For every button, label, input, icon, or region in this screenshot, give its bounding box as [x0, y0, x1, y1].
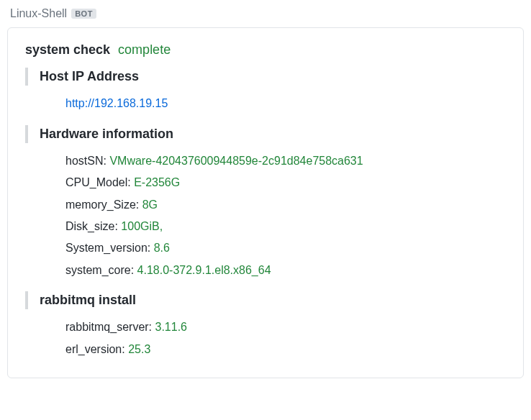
kv-value: 3.11.6: [155, 321, 187, 333]
bot-name: Linux-Shell: [10, 7, 67, 20]
section-body-host-ip: http://192.168.19.15: [25, 93, 506, 114]
kv-value: 8G: [142, 198, 158, 211]
kv-row: Disk_size: 100GiB,: [65, 216, 506, 237]
kv-label: memory_Size:: [65, 198, 139, 211]
kv-value: 25.3: [128, 343, 150, 355]
section-heading-hardware: Hardware information: [25, 125, 506, 143]
message-card: system check complete Host IP Address ht…: [7, 27, 524, 378]
kv-row: system_core: 4.18.0-372.9.1.el8.x86_64: [65, 260, 506, 281]
kv-value: VMware-420437600944859e-2c91d84e758ca631: [109, 155, 363, 167]
kv-label: CPU_Model:: [65, 176, 131, 188]
kv-label: system_core:: [65, 264, 134, 276]
bot-badge: BOT: [71, 9, 96, 19]
kv-value: E-2356G: [134, 176, 180, 188]
kv-label: rabbitmq_server:: [65, 321, 152, 333]
kv-value: 4.18.0-372.9.1.el8.x86_64: [137, 264, 271, 276]
kv-row: erl_version: 25.3: [65, 339, 506, 360]
kv-label: hostSN:: [65, 155, 106, 167]
kv-row: System_version: 8.6: [65, 237, 506, 259]
title-status: complete: [118, 42, 171, 57]
kv-label: Disk_size:: [65, 220, 118, 232]
kv-value: 8.6: [154, 242, 170, 254]
kv-value: 100GiB,: [121, 220, 163, 232]
kv-row: hostSN: VMware-420437600944859e-2c91d84e…: [65, 150, 506, 172]
section-body-hardware: hostSN: VMware-420437600944859e-2c91d84e…: [25, 150, 506, 281]
kv-row: CPU_Model: E-2356G: [65, 172, 506, 193]
section-heading-rabbitmq: rabbitmq install: [25, 291, 506, 309]
kv-label: erl_version:: [65, 343, 125, 355]
title-label: system check: [25, 42, 110, 57]
title-line: system check complete: [25, 42, 506, 58]
section-heading-host-ip: Host IP Address: [25, 68, 506, 86]
message-header: Linux-Shell BOT: [7, 7, 524, 20]
kv-row: rabbitmq_server: 3.11.6: [65, 316, 506, 338]
host-ip-link[interactable]: http://192.168.19.15: [65, 97, 168, 109]
kv-label: System_version:: [65, 242, 150, 254]
section-body-rabbitmq: rabbitmq_server: 3.11.6 erl_version: 25.…: [25, 316, 506, 360]
kv-row: memory_Size: 8G: [65, 194, 506, 216]
